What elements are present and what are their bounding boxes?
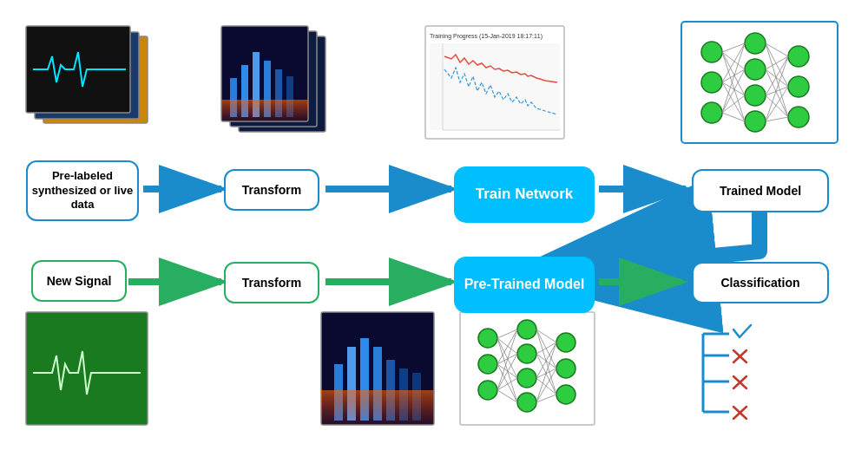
svg-point-25: [745, 111, 766, 132]
svg-rect-6: [230, 78, 237, 117]
svg-point-67: [517, 320, 536, 339]
svg-line-48: [766, 87, 788, 95]
svg-point-66: [478, 381, 497, 400]
svg-point-20: [701, 72, 722, 93]
diagram: { "title": "ML Pipeline Diagram", "top_r…: [0, 0, 868, 450]
svg-point-72: [556, 359, 575, 378]
svg-line-107: [733, 407, 746, 419]
svg-line-33: [722, 43, 745, 82]
svg-line-76: [497, 338, 517, 378]
svg-point-26: [788, 46, 809, 67]
svg-line-43: [766, 43, 788, 117]
svg-line-84: [497, 378, 517, 390]
svg-point-23: [745, 59, 766, 80]
svg-line-40: [722, 113, 745, 121]
prelabeled-label: Pre-labeled synthesized or live data: [26, 160, 139, 221]
svg-point-22: [745, 33, 766, 54]
pretrained-model-label: Pre-Trained Model: [454, 257, 595, 313]
svg-line-36: [722, 82, 745, 121]
svg-rect-12: [221, 100, 308, 121]
svg-line-38: [722, 69, 745, 113]
svg-line-90: [536, 354, 556, 368]
svg-rect-4: [230, 31, 317, 127]
svg-rect-18: [681, 22, 838, 143]
svg-rect-55: [334, 364, 343, 421]
svg-rect-61: [412, 373, 421, 421]
svg-line-30: [722, 52, 745, 69]
svg-point-68: [517, 344, 536, 363]
svg-line-50: [766, 56, 788, 121]
svg-line-95: [536, 342, 556, 402]
svg-point-69: [517, 368, 536, 388]
svg-line-79: [497, 354, 517, 364]
svg-line-88: [536, 329, 556, 395]
svg-line-32: [722, 52, 745, 121]
svg-line-87: [536, 329, 556, 368]
transform-top-label: Transform: [224, 169, 319, 211]
svg-rect-10: [275, 69, 282, 117]
svg-line-41: [766, 43, 788, 56]
svg-rect-0: [43, 36, 148, 123]
svg-rect-57: [360, 338, 369, 421]
svg-rect-56: [347, 347, 356, 421]
svg-line-75: [497, 338, 517, 354]
svg-line-35: [722, 82, 745, 95]
train-network-label: Train Network: [454, 166, 595, 223]
svg-line-77: [497, 338, 517, 402]
svg-line-29: [722, 43, 745, 52]
svg-point-65: [478, 355, 497, 374]
svg-line-104: [733, 350, 746, 362]
svg-line-91: [536, 354, 556, 395]
svg-point-24: [745, 85, 766, 106]
svg-rect-8: [253, 52, 260, 117]
svg-line-97: [536, 395, 556, 402]
svg-rect-11: [286, 76, 293, 117]
svg-line-108: [733, 407, 746, 419]
svg-rect-53: [26, 312, 148, 425]
transform-bottom-label: Transform: [224, 262, 319, 303]
svg-line-81: [497, 364, 517, 402]
svg-point-27: [788, 76, 809, 97]
svg-rect-1: [35, 32, 139, 119]
svg-rect-13: [425, 26, 564, 139]
trained-model-label: Trained Model: [692, 169, 829, 212]
svg-text:Training Progress (15-Jan-2019: Training Progress (15-Jan-2019 18:17:11): [430, 33, 542, 40]
svg-rect-9: [264, 61, 271, 117]
svg-line-45: [766, 69, 788, 87]
svg-line-82: [497, 329, 517, 390]
svg-line-52: [766, 117, 788, 121]
svg-rect-2: [26, 26, 130, 113]
svg-rect-60: [399, 368, 408, 421]
svg-rect-63: [460, 312, 595, 425]
svg-line-49: [766, 95, 788, 117]
svg-line-74: [497, 329, 517, 338]
svg-rect-3: [239, 36, 326, 132]
svg-line-103: [733, 350, 746, 362]
svg-line-85: [497, 390, 517, 402]
svg-line-105: [733, 376, 746, 388]
svg-line-51: [766, 87, 788, 121]
svg-rect-5: [221, 26, 308, 121]
svg-line-96: [536, 368, 556, 402]
svg-rect-15: [430, 43, 560, 130]
svg-line-39: [722, 95, 745, 113]
svg-rect-58: [373, 347, 382, 421]
svg-line-31: [722, 52, 745, 95]
svg-line-47: [766, 56, 788, 95]
svg-point-21: [701, 102, 722, 123]
svg-line-86: [536, 329, 556, 342]
svg-line-37: [722, 43, 745, 113]
svg-point-73: [556, 385, 575, 404]
svg-line-94: [536, 378, 556, 395]
svg-line-44: [766, 56, 788, 69]
svg-line-92: [536, 342, 556, 378]
svg-rect-62: [321, 390, 434, 425]
svg-line-78: [497, 329, 517, 364]
svg-line-93: [536, 368, 556, 378]
svg-line-46: [766, 69, 788, 117]
new-signal-label: New Signal: [31, 260, 127, 302]
svg-line-89: [536, 342, 556, 354]
svg-point-28: [788, 107, 809, 127]
svg-line-34: [722, 69, 745, 82]
svg-line-106: [733, 376, 746, 388]
